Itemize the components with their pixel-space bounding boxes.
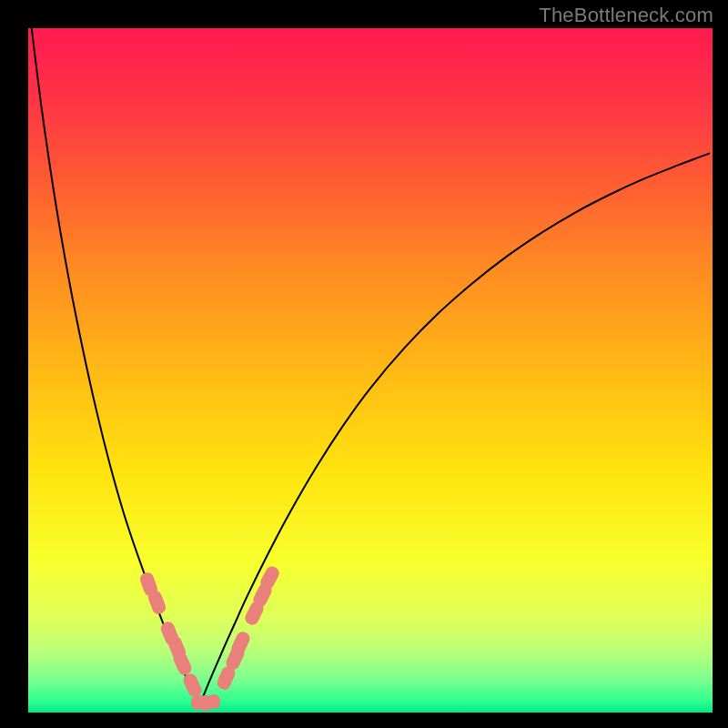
watermark-text: TheBottleneck.com: [539, 4, 713, 27]
chart-frame: TheBottleneck.com: [0, 0, 728, 728]
bead-marker: [207, 694, 220, 709]
curve-right-branch: [199, 154, 709, 706]
bottleneck-curve: [28, 28, 713, 713]
curve-left-branch: [32, 28, 199, 705]
plot-area: [28, 28, 713, 713]
